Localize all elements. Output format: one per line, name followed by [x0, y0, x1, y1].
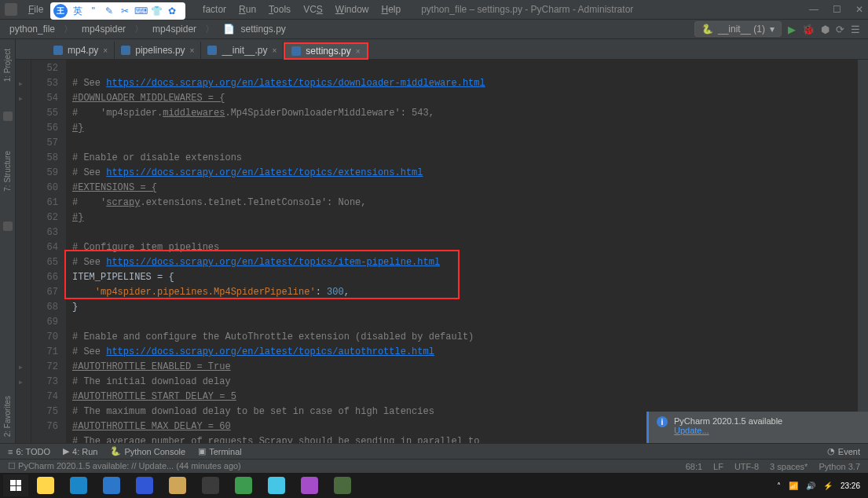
crumb-folder2[interactable]: mp4spider [149, 23, 200, 35]
taskbar-app[interactable] [162, 474, 193, 496]
taskbar-app[interactable] [30, 474, 61, 496]
toolbar-right: 🐍 __init__ (1) ▾ ▶ 🐞 ⬢ ⟳ ☰ [694, 21, 868, 37]
nav-bar: python_file 〉 mp4spider 〉 mp4spider 〉 📄 … [0, 19, 868, 39]
ime-keyboard-icon[interactable]: ⌨ [135, 5, 146, 16]
tray-icon[interactable]: 🔊 [806, 482, 815, 490]
notif-title: PyCharm 2020.1.5 available [674, 416, 782, 426]
status-message[interactable]: ☐ PyCharm 2020.1.5 available: // Update.… [8, 461, 241, 471]
ime-scissors-icon[interactable]: ✂ [119, 5, 130, 16]
chevron-right-icon: 〉 [202, 22, 218, 37]
ime-lang-icon[interactable]: 英 [72, 5, 83, 16]
window-controls: ― ☐ ✕ [809, 4, 863, 15]
left-tool-strip: 1: Project 7: Structure 2: Favorites [0, 39, 16, 443]
tab-mp4[interactable]: mp4.py× [47, 42, 115, 59]
menu-file[interactable]: File [24, 2, 48, 16]
breadcrumb: python_file 〉 mp4spider 〉 mp4spider 〉 📄 … [6, 22, 292, 37]
taskbar-app[interactable] [63, 474, 94, 496]
system-tray[interactable]: ˄ 📶 🔊 ⚡ 23:26 [777, 482, 865, 490]
tray-chevron-icon[interactable]: ˄ [777, 482, 781, 490]
run-tool[interactable]: ▶ 4: Run [63, 446, 97, 456]
debug-button[interactable]: 🐞 [802, 24, 815, 35]
app-logo [5, 3, 17, 16]
ime-logo-icon: 王 [53, 4, 68, 18]
crumb-file[interactable]: 📄 settings.py [220, 23, 292, 35]
structure-tool-button[interactable]: 7: Structure [3, 145, 12, 198]
encoding[interactable]: UTF-8 [734, 462, 759, 471]
status-bar: ☐ PyCharm 2020.1.5 available: // Update.… [0, 459, 868, 473]
taskbar-app[interactable] [327, 474, 358, 496]
line-gutter: 52535455 56575859 60616263 64656667 6869… [31, 60, 66, 443]
tab-pipelines[interactable]: pipelines.py× [115, 42, 201, 59]
close-icon[interactable]: × [272, 46, 277, 55]
project-icon [3, 112, 13, 121]
ime-gear-icon[interactable]: ✿ [167, 5, 178, 16]
search-button[interactable]: ☰ [851, 24, 860, 35]
crumb-folder1[interactable]: mp4spider [79, 23, 129, 35]
close-icon[interactable]: × [103, 46, 108, 55]
editor-body[interactable]: 52535455 56575859 60616263 64656667 6869… [16, 60, 868, 443]
favorites-tool-button[interactable]: 2: Favorites [3, 390, 12, 443]
maximize-button[interactable]: ☐ [833, 4, 841, 15]
chevron-right-icon: 〉 [131, 22, 147, 37]
project-tool-button[interactable]: 1: Project [3, 42, 12, 88]
menu-help[interactable]: Help [377, 2, 406, 16]
close-button[interactable]: ✕ [855, 4, 863, 15]
interpreter[interactable]: Python 3.7 [819, 462, 860, 471]
chevron-right-icon: 〉 [60, 22, 76, 37]
todo-tool[interactable]: ≡ 6: TODO [8, 447, 50, 456]
editor: mp4.py× pipelines.py× __init__.py× setti… [16, 39, 868, 443]
taskbar-app[interactable] [129, 474, 160, 496]
code-area[interactable]: # See https://docs.scrapy.org/en/latest/… [66, 60, 857, 443]
start-button[interactable] [3, 474, 28, 496]
python-file-icon [291, 46, 301, 56]
menu-refactor[interactable]: factor [198, 2, 231, 16]
run-config-selector[interactable]: 🐍 __init__ (1) ▾ [694, 21, 782, 37]
tray-icon[interactable]: 📶 [789, 482, 798, 490]
coverage-button[interactable]: ⬢ [821, 24, 830, 35]
ime-pencil-icon[interactable]: ✎ [104, 5, 115, 16]
caret-pos[interactable]: 68:1 [686, 462, 702, 471]
line-ending[interactable]: LF [713, 462, 723, 471]
terminal-tool[interactable]: ▣ Terminal [198, 446, 242, 456]
menu-vcs[interactable]: VCS [298, 2, 328, 16]
tab-init[interactable]: __init__.py× [201, 42, 284, 59]
profiler-button[interactable]: ⟳ [836, 24, 844, 35]
python-icon: 🐍 [701, 24, 713, 35]
menu-run[interactable]: Run [234, 2, 261, 16]
taskbar-app[interactable] [96, 474, 127, 496]
window-title: python_file – settings.py - PyCharm - Ad… [421, 4, 633, 15]
tab-settings[interactable]: settings.py× [284, 42, 368, 60]
taskbar-app[interactable] [294, 474, 325, 496]
python-console-tool[interactable]: 🐍 Python Console [110, 446, 185, 456]
python-file-icon [207, 46, 217, 55]
taskbar-app[interactable] [228, 474, 259, 496]
chevron-down-icon: ▾ [770, 24, 775, 35]
menu-window[interactable]: Window [331, 2, 374, 16]
taskbar-app[interactable] [195, 474, 226, 496]
ime-toolbar[interactable]: 王 英 " ✎ ✂ ⌨ 👕 ✿ [50, 2, 185, 20]
clock[interactable]: 23:26 [841, 482, 860, 490]
info-icon: i [657, 416, 668, 427]
fold-column [16, 60, 31, 443]
minimize-button[interactable]: ― [809, 4, 819, 15]
main-area: 1: Project 7: Structure 2: Favorites mp4… [0, 39, 868, 443]
event-log-tool[interactable]: ◔ Event [827, 446, 860, 456]
python-file-icon [53, 46, 63, 55]
run-button[interactable]: ▶ [788, 24, 796, 35]
notif-update-link[interactable]: Update... [674, 426, 782, 435]
close-icon[interactable]: × [356, 47, 361, 56]
ime-punct-icon[interactable]: " [88, 5, 99, 16]
structure-icon [3, 222, 13, 231]
update-notification[interactable]: i PyCharm 2020.1.5 available Update... [646, 412, 868, 443]
taskbar-app[interactable] [261, 474, 292, 496]
menu-tools[interactable]: Tools [264, 2, 295, 16]
python-file-icon [121, 46, 130, 55]
indent[interactable]: 3 spaces* [770, 462, 808, 471]
ime-shirt-icon[interactable]: 👕 [151, 5, 162, 16]
bottom-tool-bar: ≡ 6: TODO ▶ 4: Run 🐍 Python Console ▣ Te… [0, 443, 868, 459]
close-icon[interactable]: × [190, 46, 195, 55]
editor-tabs: mp4.py× pipelines.py× __init__.py× setti… [16, 39, 868, 60]
tray-icon[interactable]: ⚡ [823, 482, 833, 490]
editor-scrollbar[interactable] [857, 60, 868, 443]
crumb-project[interactable]: python_file [6, 23, 58, 35]
